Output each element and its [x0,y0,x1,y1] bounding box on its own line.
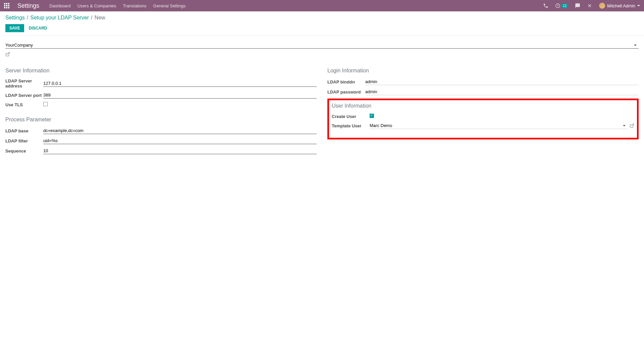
label-ldap-base: LDAP base [5,128,43,133]
messaging-icon[interactable] [575,3,580,8]
input-ldap-address[interactable] [43,80,317,87]
input-sequence[interactable] [43,147,317,154]
form-columns: Server Information LDAP Server address L… [5,64,639,158]
label-create-user: Create User [332,114,370,119]
field-sequence: Sequence [5,147,317,154]
field-use-tls: Use TLS [5,102,317,107]
label-template-user: Template User [332,123,370,128]
user-name: Mitchell Admin [607,3,635,8]
field-template-user: Template User [332,122,634,129]
save-button[interactable]: Save [5,24,24,32]
input-ldap-password[interactable] [365,88,639,95]
breadcrumb-current: New [95,15,105,21]
label-use-tls: Use TLS [5,102,43,107]
phone-icon[interactable] [543,3,548,8]
action-row: Save Discard [5,24,639,32]
label-ldap-address: LDAP Server address [5,78,43,88]
nav-general-settings[interactable]: General Settings [153,3,186,8]
nav-right: 12 Mitchell Admin [543,3,640,9]
label-ldap-binddn: LDAP binddn [327,79,365,84]
field-create-user: Create User [332,114,634,119]
user-menu[interactable]: Mitchell Admin [599,3,640,9]
chevron-down-icon[interactable] [634,45,637,46]
breadcrumb-settings[interactable]: Settings [5,15,25,21]
input-ldap-filter[interactable] [43,137,317,144]
nav-dashboard[interactable]: Dashboard [49,3,71,8]
field-ldap-binddn: LDAP binddn [327,78,639,85]
nav-links: Dashboard Users & Companies Translations… [49,3,185,8]
nav-users-companies[interactable]: Users & Companies [77,3,116,8]
avatar [599,3,605,9]
apps-icon[interactable] [4,3,9,8]
nav-translations[interactable]: Translations [123,3,146,8]
external-link-icon[interactable] [630,123,634,128]
label-ldap-port: LDAP Server port [5,93,43,98]
login-info-title: Login Information [327,68,639,74]
form-sheet: Server Information LDAP Server address L… [0,36,644,164]
label-ldap-filter: LDAP filter [5,138,43,143]
breadcrumb: Settings / Setup your LDAP Server / New [5,15,639,21]
company-input[interactable] [5,43,634,48]
topbar: Settings Dashboard Users & Companies Tra… [0,0,644,11]
input-template-user[interactable] [370,123,623,128]
input-ldap-binddn[interactable] [365,78,639,85]
checkbox-create-user[interactable] [370,114,374,118]
breadcrumb-ldap[interactable]: Setup your LDAP Server [30,15,89,21]
input-ldap-base[interactable] [43,127,317,134]
user-info-title: User Information [332,103,634,109]
breadcrumb-bar: Settings / Setup your LDAP Server / New … [0,11,644,32]
field-ldap-password: LDAP password [327,88,639,95]
right-column: Login Information LDAP binddn LDAP passw… [327,64,639,158]
input-ldap-port[interactable] [43,92,317,99]
close-icon[interactable] [587,3,592,8]
company-field[interactable] [5,43,639,49]
field-ldap-filter: LDAP filter [5,137,317,144]
notification-badge: 12 [561,4,568,8]
activity-icon[interactable]: 12 [555,3,568,8]
checkbox-use-tls[interactable] [43,102,48,106]
field-ldap-port: LDAP Server port [5,92,317,99]
chevron-down-icon [637,5,640,6]
process-param-title: Process Parameter [5,117,317,123]
field-ldap-base: LDAP base [5,127,317,134]
server-info-title: Server Information [5,68,317,74]
app-brand: Settings [17,2,39,9]
label-sequence: Sequence [5,148,43,154]
user-info-highlight: User Information Create User Template Us… [327,99,639,139]
chevron-down-icon[interactable] [623,125,626,126]
left-column: Server Information LDAP Server address L… [5,64,317,158]
label-ldap-password: LDAP password [327,89,365,95]
field-ldap-address: LDAP Server address [5,78,317,88]
discard-button[interactable]: Discard [29,26,47,31]
external-link-icon[interactable] [5,52,10,57]
